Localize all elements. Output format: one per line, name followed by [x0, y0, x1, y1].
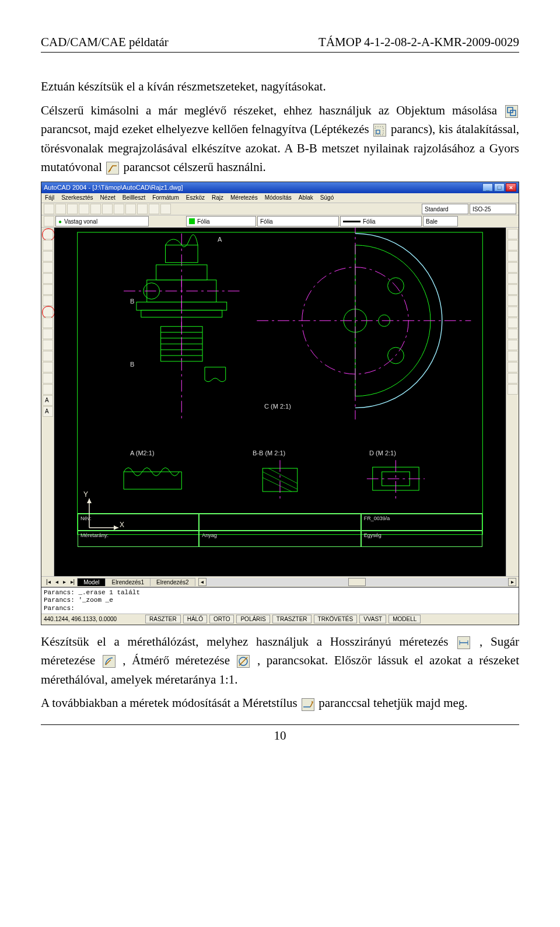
fillet-tool-icon[interactable]	[508, 373, 518, 384]
lineweight-dropdown[interactable]: Fólia	[340, 216, 422, 226]
menu-item[interactable]: Beillleszt	[123, 194, 145, 201]
dimstyle-dropdown[interactable]: ISO-25	[470, 204, 516, 214]
status-toggle[interactable]: POLÁRIS	[236, 615, 270, 623]
circle-tool-icon[interactable]	[43, 295, 53, 306]
chamfer-tool-icon[interactable]	[508, 362, 518, 372]
menu-item[interactable]: Ablak	[299, 194, 313, 201]
tab-nav-first-icon[interactable]: |◂	[44, 578, 53, 585]
zoom-icon[interactable]	[160, 204, 171, 214]
tab-layout1[interactable]: Elrendezés1	[105, 578, 150, 586]
menu-item[interactable]: Szerkesztés	[61, 194, 93, 201]
para2-seg1: Célszerű kimásolni a már meglévő részeke…	[41, 103, 504, 117]
menu-item[interactable]: Formátum	[152, 194, 179, 201]
open-icon[interactable]	[55, 204, 66, 214]
text-tool-icon[interactable]: A	[43, 395, 53, 406]
mtext-tool-icon[interactable]: A	[43, 406, 53, 417]
menu-item[interactable]: Fájl	[45, 194, 54, 201]
layout-tabs[interactable]: |◂ ◂ ▸ ▸| Model Elrendezés1 Elrendezés2 …	[41, 576, 519, 586]
insert-block-icon[interactable]	[43, 340, 53, 350]
ellipse-tool-icon[interactable]	[43, 329, 53, 339]
menu-item[interactable]: Nézet	[100, 194, 116, 201]
cut-icon[interactable]	[90, 204, 101, 214]
status-toggle[interactable]: VVAST	[359, 615, 386, 623]
scale-icon	[373, 124, 386, 137]
scroll-right-icon[interactable]: ▸	[508, 578, 516, 586]
offset-tool-icon[interactable]	[508, 262, 518, 273]
hatch-tool-icon[interactable]	[43, 373, 53, 384]
polygon-tool-icon[interactable]	[43, 262, 53, 273]
extend-tool-icon[interactable]	[508, 340, 518, 350]
modify-toolbar[interactable]	[506, 228, 519, 576]
scroll-thumb[interactable]	[348, 578, 366, 586]
redo-icon[interactable]	[137, 204, 148, 214]
status-toggle[interactable]: RASZTER	[145, 615, 181, 623]
draw-toolbar[interactable]: A A	[41, 228, 54, 576]
print-icon[interactable]	[79, 204, 89, 214]
revcloud-tool-icon[interactable]	[43, 306, 53, 317]
autocad-screenshot: AutoCAD 2004 - [J:\Tämop\AutoCAD\Rajz1.d…	[41, 182, 519, 625]
explode-tool-icon[interactable]	[508, 384, 518, 395]
status-toggle[interactable]: TRKÖVETÉS	[314, 615, 358, 623]
copy-icon[interactable]	[102, 204, 113, 214]
layer-dropdown[interactable]: ● Vastag vonal	[55, 216, 149, 226]
drawing-canvas[interactable]: A B B C (M 2:1) A (M2:1) B-B (M 2:1) D (…	[54, 228, 506, 576]
copy-tool-icon[interactable]	[508, 240, 518, 250]
paste-icon[interactable]	[114, 204, 124, 214]
trim-tool-icon[interactable]	[508, 329, 518, 339]
menu-item[interactable]: Módosítás	[265, 194, 292, 201]
polyline-tool-icon[interactable]	[43, 251, 53, 262]
menu-item[interactable]: Eszköz	[186, 194, 205, 201]
save-icon[interactable]	[67, 204, 78, 214]
layers-toolbar[interactable]: ● Vastag vonal Fólia Fólia Fólia Bale	[41, 215, 519, 228]
window-titlebar[interactable]: AutoCAD 2004 - [J:\Tämop\AutoCAD\Rajz1.d…	[41, 182, 519, 193]
xline-tool-icon[interactable]	[43, 240, 53, 250]
color-dropdown[interactable]: Fólia	[186, 216, 256, 226]
scale-tool-icon[interactable]	[508, 306, 518, 317]
menu-item[interactable]: Méretezés	[230, 194, 258, 201]
erase-tool-icon[interactable]	[508, 229, 518, 239]
status-toggle[interactable]: HÁLÓ	[183, 615, 207, 623]
tb-rajzszam: FR_0039/a	[361, 514, 482, 531]
horizontal-scrollbar[interactable]: ◂ ▸	[198, 578, 516, 586]
point-tool-icon[interactable]	[43, 362, 53, 372]
rectangle-tool-icon[interactable]	[43, 273, 53, 284]
status-toggle[interactable]: ORTO	[209, 615, 235, 623]
mirror-tool-icon[interactable]	[508, 251, 518, 262]
tab-nav-last-icon[interactable]: ▸|	[68, 578, 78, 585]
standard-toolbar[interactable]: Standard ISO-25	[41, 203, 519, 215]
array-tool-icon[interactable]	[508, 273, 518, 284]
scroll-left-icon[interactable]: ◂	[198, 578, 206, 586]
linetype-dropdown[interactable]: Fólia	[257, 216, 339, 226]
page-header: CAD/CAM/CAE példatár TÁMOP 4-1-2-08-2-A-…	[41, 35, 519, 53]
region-tool-icon[interactable]	[43, 384, 53, 395]
leader-icon	[106, 162, 119, 175]
make-block-icon[interactable]	[43, 351, 53, 361]
close-button[interactable]: ×	[506, 183, 516, 191]
arc-tool-icon[interactable]	[43, 284, 53, 295]
undo-icon[interactable]	[125, 204, 136, 214]
spline-tool-icon[interactable]	[43, 318, 53, 328]
tab-layout2[interactable]: Elrendezés2	[150, 578, 195, 586]
menu-bar[interactable]: Fájl Szerkesztés Nézet Beillleszt Formát…	[41, 193, 519, 203]
svg-rect-2	[376, 130, 380, 134]
layer-manager-icon[interactable]	[44, 216, 54, 226]
menu-item[interactable]: Rajz	[212, 194, 223, 201]
minimize-button[interactable]: _	[482, 183, 493, 191]
status-toggle[interactable]: MODELL	[388, 615, 421, 623]
plotstyle-dropdown[interactable]: Bale	[423, 216, 458, 226]
move-tool-icon[interactable]	[508, 284, 518, 295]
maximize-button[interactable]: □	[494, 183, 505, 191]
break-tool-icon[interactable]	[508, 351, 518, 361]
new-icon[interactable]	[44, 204, 54, 214]
rotate-tool-icon[interactable]	[508, 295, 518, 306]
menu-item[interactable]: Súgó	[320, 194, 334, 201]
command-window[interactable]: Parancs: _.erase 1 talált Parancs: '_zoo…	[41, 587, 519, 614]
tab-nav-prev-icon[interactable]: ◂	[53, 578, 61, 585]
tab-model[interactable]: Model	[77, 578, 106, 586]
pan-icon[interactable]	[149, 204, 159, 214]
line-tool-icon[interactable]	[43, 229, 53, 239]
tab-nav-next-icon[interactable]: ▸	[61, 578, 68, 585]
stretch-tool-icon[interactable]	[508, 318, 518, 328]
style-dropdown[interactable]: Standard	[422, 204, 468, 214]
status-toggle[interactable]: TRASZTER	[272, 615, 312, 623]
